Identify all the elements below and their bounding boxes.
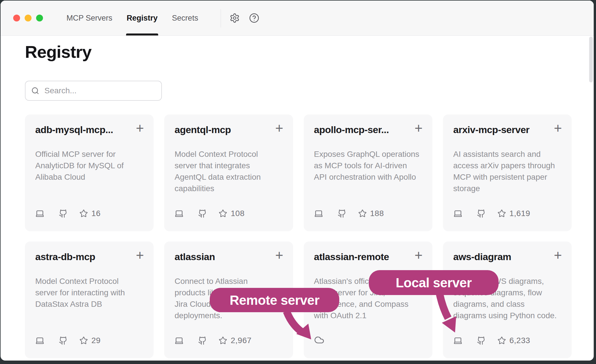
close-window-button[interactable] [13, 15, 20, 21]
add-server-button[interactable]: + [554, 250, 562, 261]
server-name: arxiv-mcp-server [453, 124, 530, 135]
local-server-laptop-icon [35, 336, 44, 345]
desktop-background: { "window": { "titlebar": { "tabs": [ {"… [0, 0, 596, 364]
server-card-footer: 29 [35, 336, 101, 345]
annotation-remote-server-label: Remote server [210, 288, 339, 312]
star-icon [219, 336, 227, 345]
server-name: atlassian [175, 251, 215, 262]
add-server-button[interactable]: + [275, 250, 283, 261]
tab-registry[interactable]: Registry [127, 1, 158, 35]
local-server-laptop-icon [175, 209, 184, 218]
server-description: Model Context Protocol server for intera… [35, 276, 143, 310]
star-count: 108 [231, 209, 244, 218]
star-icon [79, 209, 88, 218]
annotation-local-server-label: Local server [369, 270, 499, 295]
server-card-agentql-mcp[interactable]: agentql-mcp + Model Context Protocol ser… [164, 114, 293, 231]
star-icon [79, 336, 88, 345]
star-count: 29 [91, 336, 101, 345]
star-count: 6,233 [509, 336, 530, 345]
github-icon [338, 209, 346, 218]
local-server-laptop-icon [453, 336, 462, 345]
add-server-button[interactable]: + [275, 122, 283, 134]
star-icon [219, 209, 227, 218]
gear-icon [230, 13, 240, 23]
github-icon [477, 336, 486, 345]
server-card-footer: 2,967 [175, 336, 252, 345]
server-name: apollo-mcp-ser... [314, 124, 389, 135]
titlebar-divider [221, 9, 221, 27]
minimize-window-button[interactable] [25, 15, 32, 21]
server-name: astra-db-mcp [35, 251, 95, 262]
star-icon [358, 209, 367, 218]
server-card-footer: 188 [314, 209, 384, 218]
local-server-laptop-icon [35, 209, 44, 218]
add-server-button[interactable]: + [136, 122, 144, 134]
server-name: aws-diagram [453, 251, 511, 262]
star-count: 1,619 [509, 209, 530, 218]
local-server-laptop-icon [453, 209, 462, 218]
server-card-footer: 108 [175, 209, 244, 218]
server-name: atlassian-remote [314, 251, 389, 262]
scrollbar-thumb[interactable] [589, 37, 593, 82]
server-card-footer [314, 335, 339, 345]
search-icon [31, 87, 39, 95]
window-titlebar: MCP Servers Registry Secrets [1, 1, 594, 36]
remote-server-cloud-icon [314, 335, 324, 345]
server-card-adb-mysql-mcp[interactable]: adb-mysql-mcp... + Official MCP server f… [25, 114, 154, 231]
search-input[interactable] [44, 86, 156, 96]
help-button[interactable] [249, 13, 259, 23]
server-card-astra-db-mcp[interactable]: astra-db-mcp + Model Context Protocol se… [25, 242, 154, 358]
tab-mcp-servers[interactable]: MCP Servers [66, 1, 112, 35]
add-server-button[interactable]: + [136, 250, 144, 261]
help-icon [249, 13, 259, 23]
server-card-grid: adb-mysql-mcp... + Official MCP server f… [25, 114, 572, 358]
server-card-footer: 1,619 [453, 209, 530, 218]
github-icon [198, 209, 207, 218]
tab-secrets[interactable]: Secrets [172, 1, 198, 35]
github-icon [59, 336, 68, 345]
star-count: 16 [91, 209, 101, 218]
server-description: AI assistants search and access arXiv pa… [453, 149, 561, 194]
server-card-arxiv-mcp-server[interactable]: arxiv-mcp-server + AI assistants search … [443, 114, 572, 231]
star-count: 188 [370, 209, 384, 218]
github-icon [477, 209, 486, 218]
local-server-laptop-icon [175, 336, 184, 345]
star-icon [497, 336, 506, 345]
server-card-footer: 16 [35, 209, 101, 218]
github-icon [198, 336, 207, 345]
add-server-button[interactable]: + [415, 250, 423, 261]
traffic-lights [13, 15, 43, 21]
server-card-footer: 6,233 [453, 336, 530, 345]
add-server-button[interactable]: + [554, 122, 562, 134]
main-tabs: MCP Servers Registry Secrets [66, 1, 198, 35]
star-icon [497, 209, 506, 218]
zoom-window-button[interactable] [36, 15, 43, 21]
app-window: MCP Servers Registry Secrets Registry ad… [1, 1, 594, 361]
github-icon [59, 209, 68, 218]
search-box [25, 81, 162, 101]
server-name: agentql-mcp [175, 124, 231, 135]
server-description: Model Context Protocol server that integ… [175, 149, 283, 194]
settings-button[interactable] [230, 13, 240, 23]
server-card-apollo-mcp-server[interactable]: apollo-mcp-ser... + Exposes GraphQL oper… [304, 114, 432, 231]
add-server-button[interactable]: + [415, 122, 423, 134]
star-count: 2,967 [231, 336, 252, 345]
server-card-aws-diagram[interactable]: aws-diagram + Generate AWS diagrams, seq… [443, 242, 572, 358]
server-description: Official MCP server for AnalyticDB for M… [35, 149, 143, 183]
server-name: adb-mysql-mcp... [35, 124, 113, 135]
local-server-laptop-icon [314, 209, 323, 218]
page-title: Registry [25, 42, 91, 62]
server-description: Exposes GraphQL operations as MCP tools … [314, 149, 422, 183]
